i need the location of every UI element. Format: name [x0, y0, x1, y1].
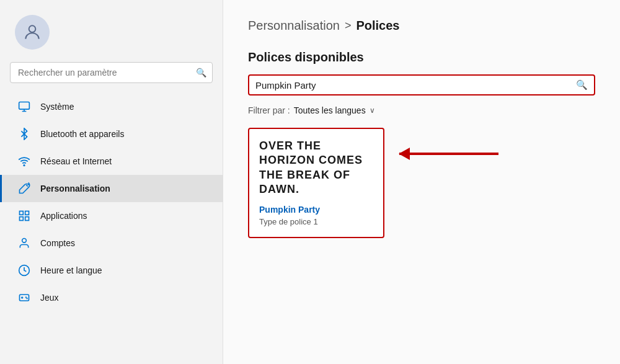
sidebar-item-label-systeme: Système: [40, 102, 74, 112]
filter-value[interactable]: Toutes les langues: [294, 105, 366, 115]
svg-point-13: [27, 298, 27, 299]
user-icon: [22, 22, 42, 42]
svg-point-0: [29, 25, 36, 32]
filter-label: Filtrer par :: [248, 105, 290, 115]
breadcrumb: Personnalisation > Polices: [248, 19, 595, 33]
svg-rect-5: [25, 211, 29, 215]
svg-point-12: [26, 297, 27, 298]
sidebar-item-reseau[interactable]: Réseau et Internet: [0, 148, 223, 175]
sidebar: 🔍 Système Bluetooth et appareils: [0, 0, 223, 364]
svg-line-3: [26, 185, 28, 187]
red-arrow: [399, 153, 498, 155]
font-search-input[interactable]: [255, 80, 576, 91]
sidebar-item-personnalisation[interactable]: Personnalisation: [0, 175, 223, 202]
sidebar-item-label-applications: Applications: [40, 211, 87, 221]
sidebar-item-label-heure: Heure et langue: [40, 265, 102, 275]
filter-row: Filtrer par : Toutes les langues ∨: [248, 105, 595, 115]
chevron-down-icon[interactable]: ∨: [370, 106, 375, 115]
clock-icon: [17, 263, 32, 278]
breadcrumb-current: Polices: [356, 19, 399, 33]
sidebar-item-bluetooth[interactable]: Bluetooth et appareils: [0, 120, 223, 148]
sidebar-item-label-personnalisation: Personnalisation: [40, 184, 110, 193]
sidebar-item-jeux[interactable]: Jeux: [0, 284, 223, 311]
monitor-icon: [17, 99, 32, 114]
sidebar-item-label-jeux: Jeux: [40, 293, 59, 303]
font-search-icon: 🔍: [576, 79, 588, 91]
main-content: Personnalisation > Polices Polices dispo…: [223, 0, 620, 364]
font-name-link[interactable]: Pumpkin Party: [259, 205, 373, 215]
svg-rect-7: [25, 217, 29, 221]
search-input[interactable]: [10, 62, 213, 83]
font-cards-container: OVER THE HORIZON COMES THE BREAK OF DAWN…: [248, 128, 595, 238]
sidebar-item-heure[interactable]: Heure et langue: [0, 257, 223, 284]
gamepad-icon: [17, 290, 32, 305]
sidebar-item-comptes[interactable]: Comptes: [0, 229, 223, 257]
person-icon: [17, 236, 32, 251]
avatar-section: [0, 0, 223, 62]
wifi-icon: [17, 154, 32, 169]
sidebar-item-label-reseau: Réseau et Internet: [40, 156, 112, 166]
svg-rect-4: [20, 211, 24, 215]
sidebar-item-systeme[interactable]: Système: [0, 93, 223, 120]
arrow-line: [399, 153, 498, 155]
search-box: 🔍: [10, 62, 213, 83]
avatar: [15, 15, 50, 50]
sidebar-item-label-comptes: Comptes: [40, 238, 75, 248]
breadcrumb-separator: >: [345, 19, 352, 32]
svg-point-8: [22, 239, 27, 243]
svg-rect-1: [19, 102, 30, 110]
apps-icon: [17, 208, 32, 223]
sidebar-item-applications[interactable]: Applications: [0, 202, 223, 229]
font-search-box: 🔍: [248, 74, 595, 95]
brush-icon: [17, 181, 32, 196]
nav-list: Système Bluetooth et appareils Réseau et…: [0, 93, 223, 364]
svg-point-2: [24, 165, 25, 166]
font-preview-text: OVER THE HORIZON COMES THE BREAK OF DAWN…: [259, 139, 373, 197]
font-type: Type de police 1: [259, 217, 318, 226]
search-icon: 🔍: [196, 68, 206, 78]
sidebar-item-label-bluetooth: Bluetooth et appareils: [40, 129, 124, 139]
bluetooth-icon: [17, 127, 32, 141]
svg-rect-6: [20, 217, 24, 221]
section-title: Polices disponibles: [248, 50, 595, 64]
breadcrumb-parent: Personnalisation: [248, 19, 340, 33]
font-card[interactable]: OVER THE HORIZON COMES THE BREAK OF DAWN…: [248, 128, 384, 238]
